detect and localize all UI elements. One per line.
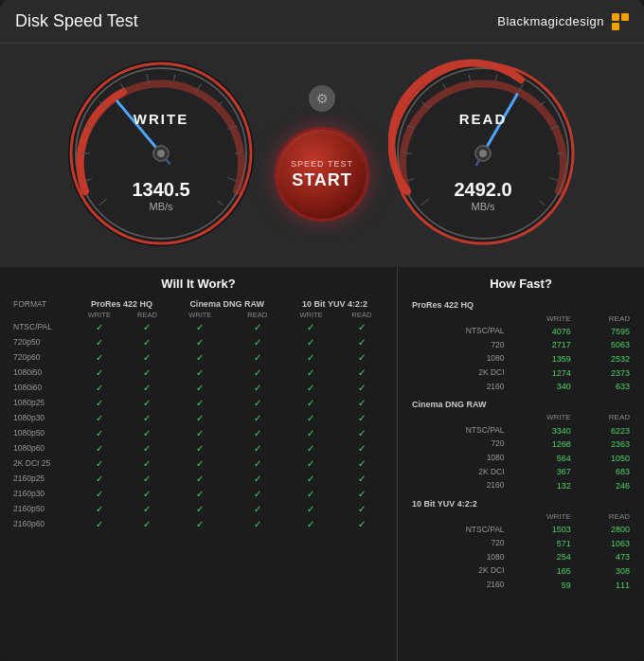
hf-data-row: 1080254473: [409, 550, 633, 564]
wiw-check-cell: ✓: [284, 487, 338, 502]
wiw-row: 1080p25✓✓✓✓✓✓: [11, 396, 385, 411]
hf-data-row: 72012682363: [409, 438, 633, 452]
app-title: Disk Speed Test: [15, 11, 138, 31]
wiw-check-cell: ✓: [230, 456, 284, 472]
wiw-format-cell: NTSC/PAL: [11, 320, 74, 335]
hf-format-cell: 720: [409, 438, 508, 452]
write-value-unit: MB/s: [66, 201, 256, 212]
hf-format-cell: 2K DCI: [409, 366, 508, 381]
wiw-check-cell: ✓: [170, 487, 230, 502]
hf-col-label: READ: [574, 313, 633, 325]
check-icon: ✓: [358, 428, 366, 438]
wiw-check-cell: ✓: [170, 472, 230, 487]
hf-format-cell: 720: [409, 537, 508, 551]
wiw-check-cell: ✓: [74, 441, 125, 456]
check-icon: ✓: [254, 473, 261, 484]
start-button-main: START: [292, 170, 352, 190]
wiw-row: NTSC/PAL✓✓✓✓✓✓: [11, 320, 385, 335]
hf-write-cell: 59: [508, 579, 574, 593]
hf-col-label: WRITE: [508, 411, 574, 423]
wiw-format-cell: 1080i60: [11, 381, 74, 396]
wiw-check-cell: ✓: [284, 441, 338, 456]
hf-read-cell: 2800: [574, 523, 633, 537]
start-button[interactable]: SPEED TEST START: [275, 127, 369, 222]
wiw-check-cell: ✓: [125, 502, 170, 517]
check-icon: ✓: [307, 443, 314, 454]
wiw-row: 1080p60✓✓✓✓✓✓: [11, 441, 385, 456]
app-window: Disk Speed Test Blackmagicdesign: [0, 0, 644, 661]
wiw-format-cell: 1080p30: [11, 411, 74, 426]
check-icon: ✓: [143, 383, 151, 393]
check-icon: ✓: [307, 504, 314, 514]
check-icon: ✓: [254, 504, 261, 514]
settings-button[interactable]: ⚙: [309, 85, 335, 112]
check-icon: ✓: [96, 322, 103, 332]
wiw-check-cell: ✓: [338, 381, 385, 396]
check-icon: ✓: [143, 367, 151, 378]
hf-read-cell: 473: [574, 550, 633, 564]
wiw-check-cell: ✓: [125, 366, 170, 381]
check-icon: ✓: [96, 473, 103, 484]
wiw-row: 2160p60✓✓✓✓✓✓: [11, 517, 385, 532]
wiw-check-cell: ✓: [74, 517, 125, 532]
check-icon: ✓: [96, 489, 103, 499]
wiw-check-cell: ✓: [284, 366, 338, 381]
check-icon: ✓: [254, 519, 261, 529]
wiw-row: 1080i50✓✓✓✓✓✓: [11, 366, 385, 381]
hf-read-cell: 1063: [574, 537, 633, 551]
hf-data-row: 2160340633: [409, 380, 633, 394]
check-icon: ✓: [254, 383, 261, 393]
read-gauge: READ 2492.0 MB/s: [388, 59, 578, 248]
wiw-format-cell: 2160p25: [11, 472, 74, 487]
hf-write-cell: 2717: [508, 338, 574, 352]
check-icon: ✓: [307, 473, 314, 484]
start-button-sub: SPEED TEST: [291, 159, 353, 169]
hf-write-cell: 571: [508, 537, 574, 551]
check-icon: ✓: [254, 352, 261, 363]
hf-data-row: NTSC/PAL15032800: [409, 523, 633, 537]
hf-data-row: NTSC/PAL33406223: [409, 424, 633, 438]
hf-data-row: 72027175063: [409, 338, 633, 352]
hf-format-cell: 2160: [409, 479, 508, 493]
hf-read-cell: 5063: [574, 338, 633, 352]
check-icon: ✓: [96, 337, 103, 348]
wiw-check-cell: ✓: [230, 396, 284, 411]
hf-read-cell: 7595: [574, 325, 633, 339]
wiw-row: 2160p25✓✓✓✓✓✓: [11, 472, 385, 487]
wiw-check-cell: ✓: [284, 320, 338, 335]
wiw-check-cell: ✓: [74, 366, 125, 381]
wiw-format-cell: 1080p60: [11, 441, 74, 456]
hf-data-row: 216059111: [409, 579, 633, 593]
svg-point-44: [479, 150, 487, 157]
check-icon: ✓: [254, 443, 261, 454]
check-icon: ✓: [254, 367, 261, 378]
wiw-row: 1080i60✓✓✓✓✓✓: [11, 381, 385, 396]
wiw-check-cell: ✓: [284, 472, 338, 487]
hf-read-cell: 633: [574, 380, 633, 394]
hf-group-header-cell: Cinema DNG RAW: [409, 398, 633, 412]
check-icon: ✓: [96, 398, 103, 408]
hf-group-row: Cinema DNG RAW: [409, 398, 633, 412]
yuv-header: 10 Bit YUV 4:2:2: [284, 298, 385, 310]
hf-group-header-cell: 10 Bit YUV 4:2:2: [409, 497, 633, 511]
check-icon: ✓: [307, 519, 314, 529]
wiw-row: 720p60✓✓✓✓✓✓: [11, 350, 385, 366]
hf-data-row: NTSC/PAL40767595: [409, 325, 633, 339]
hf-format-cell: 2160: [409, 380, 508, 394]
wiw-check-cell: ✓: [170, 517, 230, 532]
hf-read-cell: 111: [574, 579, 633, 593]
check-icon: ✓: [196, 473, 204, 484]
hf-write-cell: 4076: [508, 325, 574, 339]
write-gauge-svg: [66, 59, 256, 248]
check-icon: ✓: [307, 458, 314, 469]
hf-data-row: 7205711063: [409, 537, 633, 551]
check-icon: ✓: [307, 413, 314, 423]
hf-format-cell: 1080: [409, 550, 508, 564]
wiw-row: 2K DCI 25✓✓✓✓✓✓: [11, 456, 385, 472]
check-icon: ✓: [96, 504, 103, 514]
check-icon: ✓: [143, 398, 151, 408]
wiw-check-cell: ✓: [230, 472, 284, 487]
hf-write-cell: 564: [508, 452, 574, 466]
check-icon: ✓: [358, 383, 366, 393]
check-icon: ✓: [358, 519, 366, 529]
